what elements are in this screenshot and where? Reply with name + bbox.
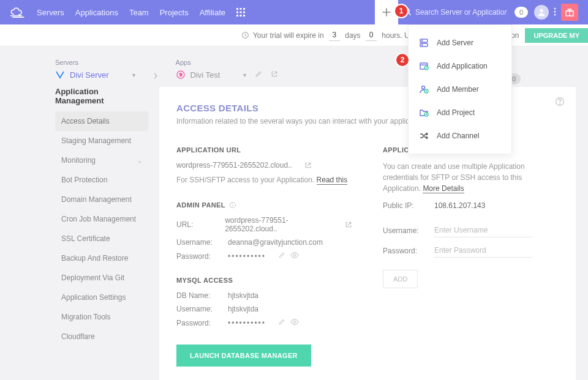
menu-add-application[interactable]: Add Application: [409, 54, 511, 78]
apps-grid-icon[interactable]: [236, 8, 245, 17]
menu-add-member[interactable]: Add Member: [409, 78, 511, 101]
nav-team[interactable]: Team: [129, 8, 149, 17]
svg-point-21: [422, 86, 425, 89]
sidebar-item-staging[interactable]: Staging Management: [55, 131, 148, 151]
cloudways-logo-icon: [10, 7, 26, 18]
clock-icon: [241, 31, 249, 39]
menu-add-server[interactable]: Add Server: [409, 31, 511, 54]
app-selector[interactable]: Divi Test ▾: [176, 70, 279, 80]
mysql-pass-v: ••••••••••: [228, 319, 266, 327]
read-this-link[interactable]: Read this: [317, 176, 348, 185]
user-avatar[interactable]: [534, 5, 549, 20]
sidebar-item-backup[interactable]: Backup And Restore: [55, 248, 148, 268]
cred-password-input[interactable]: [434, 244, 532, 258]
svg-point-27: [559, 103, 560, 104]
svg-rect-6: [236, 15, 238, 17]
nav-affiliate[interactable]: Affiliate: [200, 8, 225, 17]
edit-app-icon[interactable]: [255, 70, 262, 80]
section-app-url-title: APPLICATION URL: [176, 146, 352, 154]
trial-days-label: days: [345, 31, 360, 40]
cred-password-label: Password:: [383, 247, 426, 255]
mysql-user-k: Username:: [176, 305, 219, 313]
external-link-icon[interactable]: [304, 162, 312, 169]
search-count-pill: 0: [514, 7, 528, 18]
help-icon[interactable]: [555, 97, 565, 108]
nav-projects[interactable]: Projects: [160, 8, 189, 17]
show-password-icon[interactable]: [290, 318, 299, 327]
menu-label: Add Application: [437, 62, 488, 70]
more-details-link[interactable]: More Details: [423, 184, 464, 193]
cred-username-input[interactable]: [434, 223, 532, 237]
sidebar-item-bot-protection[interactable]: Bot Protection: [55, 170, 148, 190]
admin-url-v: wordpress-779551-2655202.cloud..: [225, 216, 333, 233]
crumb-servers-label: Servers: [55, 59, 135, 66]
app-name: Divi Test: [190, 70, 221, 80]
launch-db-manager-button[interactable]: LAUNCH DATABASE MANAGER: [176, 345, 311, 367]
menu-add-channel[interactable]: Add Channel: [409, 124, 511, 147]
sidebar-item-label: Monitoring: [61, 156, 96, 165]
chevron-down-icon: ▾: [132, 72, 135, 78]
trial-hours-value: 0: [366, 29, 377, 41]
access-details-panel: ACCESS DETAILS Information related to th…: [159, 87, 576, 380]
edit-password-icon[interactable]: [278, 318, 285, 327]
open-app-icon[interactable]: [271, 70, 278, 80]
add-button[interactable]: [375, 0, 398, 24]
sidebar-item-access-details[interactable]: Access Details: [55, 111, 148, 131]
admin-user-k: Username:: [176, 238, 219, 247]
mysql-user-v: hjtskvjtda: [228, 305, 258, 313]
nav-servers[interactable]: Servers: [37, 8, 64, 17]
server-selector[interactable]: Divi Server ▾: [55, 70, 135, 80]
section-admin-label: ADMIN PANEL: [176, 201, 225, 209]
svg-rect-1: [240, 8, 242, 10]
sidebar-item-ssl[interactable]: SSL Certificate: [55, 229, 148, 248]
cred-username-label: Username:: [383, 226, 426, 235]
app-url-note: For SSH/SFTP access to your Application.: [176, 176, 317, 184]
menu-label: Add Server: [437, 39, 473, 47]
upgrade-button[interactable]: UPGRADE MY: [525, 28, 588, 43]
show-password-icon[interactable]: [290, 251, 299, 261]
app-url-value: wordpress-779551-2655202.cloud..: [176, 161, 292, 170]
svg-point-30: [293, 321, 296, 323]
external-link-icon[interactable]: [345, 221, 352, 228]
section-mysql-title: MYSQL ACCESS: [176, 277, 352, 284]
svg-point-17: [421, 40, 422, 41]
divi-app-icon: [176, 70, 186, 80]
sidebar-item-migration[interactable]: Migration Tools: [55, 307, 148, 327]
sidebar-item-cron[interactable]: Cron Job Management: [55, 209, 148, 229]
sidebar-item-monitoring[interactable]: Monitoring⌄: [55, 151, 148, 170]
sidebar-item-cloudflare[interactable]: Cloudflare: [55, 327, 148, 346]
section-admin-title: ADMIN PANEL: [176, 201, 352, 209]
mysql-db-v: hjtskvjtda: [228, 291, 258, 300]
menu-label: Add Member: [437, 85, 479, 94]
mysql-db-k: DB Name:: [176, 291, 219, 300]
svg-rect-7: [240, 15, 242, 17]
menu-label: Add Project: [437, 108, 475, 117]
public-ip-k: Public IP:: [383, 201, 426, 210]
vultr-provider-icon: [55, 70, 65, 80]
add-credential-button[interactable]: ADD: [383, 270, 418, 288]
svg-rect-8: [243, 15, 245, 17]
gift-button[interactable]: [561, 4, 578, 21]
folder-plus-icon: [418, 107, 429, 118]
shuffle-icon: [418, 130, 429, 141]
sidebar-item-git[interactable]: Deployment Via Git: [55, 268, 148, 288]
menu-add-project[interactable]: Add Project: [409, 101, 511, 124]
nav-applications[interactable]: Applications: [75, 8, 118, 17]
svg-rect-0: [236, 8, 238, 10]
application-window-icon: [418, 61, 429, 72]
app-sidebar: Application Management Access Details St…: [55, 87, 148, 380]
sidebar-item-app-settings[interactable]: Application Settings: [55, 288, 148, 307]
svg-point-11: [554, 7, 556, 9]
server-stack-icon: [418, 37, 429, 48]
admin-user-v: deanna@gravityjunction.com: [228, 238, 323, 247]
search-input[interactable]: [415, 8, 507, 17]
info-icon[interactable]: [229, 201, 236, 209]
more-menu-icon[interactable]: [554, 7, 556, 18]
sidebar-item-domain[interactable]: Domain Management: [55, 190, 148, 209]
search-box[interactable]: 0: [403, 7, 528, 18]
menu-label: Add Channel: [437, 132, 479, 140]
edit-password-icon[interactable]: [278, 251, 285, 261]
admin-url-k: URL:: [176, 220, 216, 229]
user-plus-icon: [418, 84, 429, 95]
chevron-down-icon: ▾: [243, 72, 246, 78]
